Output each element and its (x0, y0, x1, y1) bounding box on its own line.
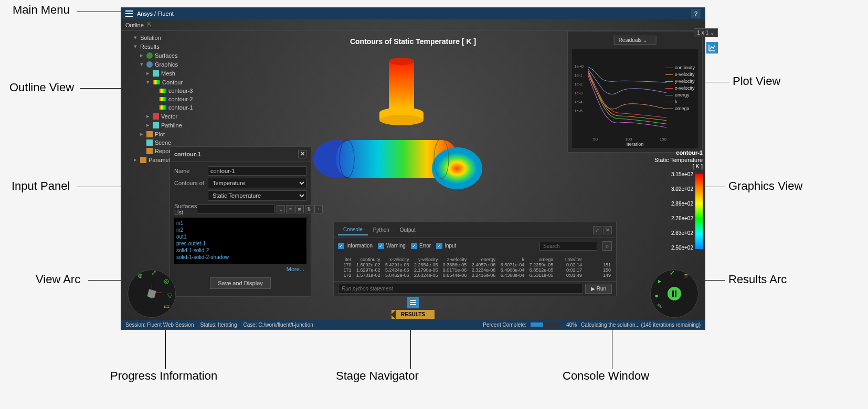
arc-globe-icon[interactable]: ⊕ (135, 272, 145, 282)
panel-header: contour-1 ✕ (170, 147, 311, 162)
console-row: 1721.5701e-025.0462e-062.0324e-058.6544e… (339, 273, 611, 278)
model-view[interactable] (294, 54, 510, 211)
svg-point-3 (437, 153, 477, 184)
run-button[interactable]: ▶ Run (585, 284, 612, 294)
surface-item[interactable]: solid-1-solid-2-shadow (176, 254, 304, 261)
contours-of-select[interactable]: Temperature (208, 178, 306, 188)
more-link[interactable]: More... (174, 264, 306, 274)
colorbar-panel: contour-1 Static Temperature [ K ] 3.15e… (646, 149, 703, 169)
surface-item[interactable]: pres-outlet-1 (176, 240, 304, 247)
colorbar-unit: [ K ] (646, 163, 703, 169)
surfaces-list: in1in2out1pres-outlet-1solid-1-solid-2so… (174, 218, 306, 264)
pin-icon[interactable]: ⇱ (147, 21, 152, 28)
arc-filter-icon[interactable]: ▽ (165, 292, 174, 302)
status-case: Case: C:/work/fluent/t-junction (244, 322, 313, 328)
arc-plot-icon[interactable]: ⤢ (668, 269, 677, 278)
console-row: 1711.6297e-025.2424e-062.1790e-059.0171e… (339, 267, 611, 273)
tab-output[interactable]: Output (395, 225, 421, 235)
new-icon[interactable]: + (314, 205, 323, 213)
contours-of-label: Contours of (174, 180, 208, 186)
arc-results-icon[interactable]: ≡ (681, 272, 691, 282)
app-window: Ansys / Fluent ? Outline ⇱ ▾Solution▾Res… (121, 7, 705, 330)
filter-info[interactable]: ✓Information (338, 243, 373, 249)
expand-icon[interactable]: ⤢ (593, 226, 601, 234)
callout-line (165, 330, 166, 369)
triad-icon[interactable] (143, 285, 160, 302)
tree-item[interactable]: ▸Surfaces (123, 51, 214, 60)
surface-item[interactable]: solid-1-solid-2 (176, 247, 304, 254)
arc-doc-icon[interactable]: ▭ (162, 303, 171, 312)
colorbar-name: contour-1 (646, 149, 703, 156)
plot-selector[interactable]: Residuals ⌄ (614, 36, 657, 45)
surface-item[interactable]: in2 (176, 227, 304, 233)
callout-line (410, 325, 411, 369)
legend-item: k (665, 99, 695, 104)
arc-play-icon[interactable]: ▸ (655, 277, 664, 287)
tree-item[interactable]: ▸Vector (123, 112, 214, 121)
plot-canvas[interactable]: 1e+01e-11e-21e-31e-41e-5 continuityx-vel… (572, 49, 698, 148)
sub-select[interactable]: Static Temperature (208, 190, 306, 201)
tree-item[interactable]: ▸Plot (123, 130, 214, 138)
deselect-icon[interactable]: ≢ (295, 205, 304, 213)
callout-progress-info: Progress Information (110, 369, 217, 383)
tree-item[interactable]: ▾Graphics (123, 60, 214, 69)
legend-item: energy (665, 92, 695, 98)
search-icon[interactable]: ⌕ (277, 205, 285, 213)
toggle-icon[interactable]: ⇅ (305, 205, 313, 213)
surfaces-filter[interactable] (197, 204, 274, 214)
tab-console[interactable]: Console (338, 224, 368, 235)
colorbar-labels: 3.15e+023.02e+022.89e+022.76e+022.63e+02… (671, 171, 693, 260)
tree-item[interactable]: Scene (123, 138, 214, 147)
tree-item[interactable]: contour-2 (123, 95, 214, 103)
tree-item[interactable]: ▾Contour (123, 78, 214, 87)
statusbar: Session: Fluent Web Session Status: Iter… (121, 320, 705, 329)
name-input[interactable] (208, 166, 306, 176)
svg-point-8 (379, 115, 424, 125)
tree-item[interactable]: ▾Results (123, 42, 214, 51)
callout-results-arc: Results Arc (728, 273, 787, 286)
help-button[interactable]: ? (691, 9, 701, 18)
tree-item[interactable]: ▸Mesh (123, 69, 214, 78)
legend-item: continuity (665, 65, 695, 70)
svg-rect-4 (389, 61, 414, 114)
main-menu-icon[interactable] (125, 10, 133, 17)
console-search-input[interactable] (539, 242, 597, 251)
stage-icon[interactable] (407, 297, 419, 308)
app-title: Ansys / Fluent (137, 10, 174, 17)
close-icon[interactable]: ✕ (604, 226, 612, 234)
callout-stage-nav: Stage Navigator (336, 369, 419, 383)
arc-target-icon[interactable]: ◎ (162, 277, 171, 287)
name-label: Name (174, 168, 208, 174)
chart-icon[interactable] (706, 42, 718, 53)
stage-tab-results[interactable]: RESULTS (391, 310, 435, 319)
svg-point-5 (389, 58, 414, 65)
tree-item[interactable]: ▾Solution (123, 33, 214, 42)
svg-rect-11 (410, 300, 416, 301)
console-input[interactable] (338, 284, 583, 294)
plot-x-label: Iteration (627, 142, 644, 147)
tab-python[interactable]: Python (368, 225, 395, 235)
arc-brush-icon[interactable]: ✎ (655, 303, 664, 312)
save-display-button[interactable]: Save and Display (210, 277, 271, 289)
plot-view: 1 x 1 ⌄ Residuals ⌄ 1e+01e-11e-21e-31e-4… (567, 31, 703, 153)
filter-input[interactable]: ✓Input (436, 243, 456, 249)
tree-item[interactable]: ▸Pathline (123, 121, 214, 130)
surface-item[interactable]: in1 (176, 220, 304, 227)
arc-record-icon[interactable]: ● (652, 292, 661, 302)
search-icon[interactable]: ⌕ (602, 241, 612, 251)
grid-layout-button[interactable]: 1 x 1 ⌄ (694, 28, 718, 37)
view-arc: ⊕ ⤢ ◎ ▽ ▭ (128, 270, 176, 318)
console-tabs: Console Python Output ⤢ ✕ (334, 222, 616, 238)
tree-item[interactable]: contour-1 (123, 103, 214, 112)
select-all-icon[interactable]: ≡ (286, 205, 294, 213)
progress-bar (531, 322, 562, 327)
surface-item[interactable]: out1 (176, 233, 304, 240)
arc-chart-icon[interactable]: ⤢ (149, 269, 158, 278)
close-icon[interactable]: ✕ (298, 150, 306, 158)
tree-item[interactable]: contour-3 (123, 87, 214, 95)
filter-warning[interactable]: ✓Warning (378, 243, 406, 249)
filter-error[interactable]: ✓Error (411, 243, 431, 249)
callout-line (77, 12, 122, 12)
pause-button[interactable] (668, 287, 681, 300)
colorbar-quantity: Static Temperature (646, 157, 703, 163)
